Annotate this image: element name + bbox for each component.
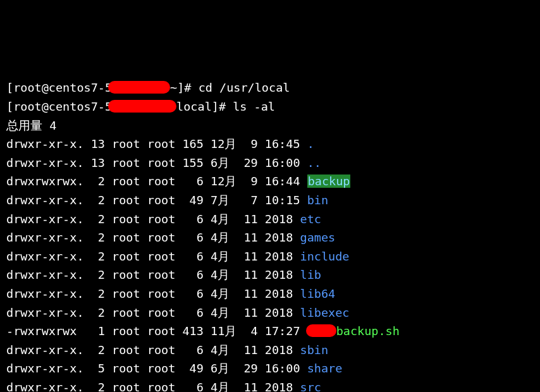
redacted-text: [108, 100, 176, 113]
terminal-text: backup.sh: [336, 324, 400, 338]
terminal-text: lib: [300, 268, 321, 281]
terminal-line: drwxr-xr-x. 2 root root 6 4月 11 2018 src: [6, 378, 534, 392]
terminal-text: bin: [307, 193, 328, 207]
terminal-text: lib64: [300, 287, 336, 300]
terminal-line: -rwxrwxrwx 1 root root 413 11月 4 17:27 b…: [6, 322, 534, 341]
terminal-text: libexec: [300, 306, 350, 319]
redacted-text: [108, 81, 170, 94]
terminal-line: drwxr-xr-x. 2 root root 6 4月 11 2018 etc: [6, 210, 534, 229]
terminal-text: include: [300, 250, 350, 263]
terminal-text: drwxr-xr-x. 2 root root 6 4月 11 2018: [6, 343, 300, 357]
terminal-text: drwxr-xr-x. 2 root root 6 4月 11 2018: [6, 231, 300, 244]
terminal-text: drwxr-xr-x. 2 root root 6 4月 11 2018: [6, 381, 300, 392]
terminal-text: [root@centos7-5: [6, 100, 112, 113]
terminal-line: drwxr-xr-x. 2 root root 6 4月 11 2018 lib…: [6, 303, 534, 322]
terminal-line: [root@centos7-5local]# ls -al: [6, 97, 534, 116]
terminal-line: drwxr-xr-x. 2 root root 6 4月 11 2018 lib…: [6, 285, 534, 303]
terminal-output[interactable]: [root@centos7-5~]# cd /usr/local[root@ce…: [6, 78, 534, 392]
terminal-line: drwxrwxrwx. 2 root root 6 12月 9 16:44 ba…: [6, 172, 534, 191]
terminal-text: etc: [300, 212, 321, 226]
terminal-line: drwxr-xr-x. 2 root root 6 4月 11 2018 sbi…: [6, 341, 534, 360]
terminal-line: drwxr-xr-x. 2 root root 49 7月 7 10:15 bi…: [6, 191, 534, 210]
terminal-text: drwxrwxrwx. 2 root root 6 12月 9 16:44: [6, 175, 307, 188]
redacted-text: [306, 324, 336, 337]
terminal-text: drwxr-xr-x. 5 root root 49 6月 29 16:00: [6, 362, 307, 375]
terminal-text: drwxr-xr-x. 2 root root 6 4月 11 2018: [6, 212, 300, 226]
terminal-text: share: [307, 362, 343, 375]
terminal-line: [root@centos7-5~]# cd /usr/local: [6, 78, 534, 97]
terminal-text: ..: [307, 156, 321, 169]
terminal-text: local]# ls -al: [176, 100, 275, 113]
terminal-text: .: [307, 137, 314, 150]
terminal-text: drwxr-xr-x. 13 root root 165 12月 9 16:45: [6, 137, 307, 150]
terminal-text: drwxr-xr-x. 13 root root 155 6月 29 16:00: [6, 156, 307, 169]
terminal-text: ~]# cd /usr/local: [170, 81, 290, 94]
terminal-text: sbin: [300, 343, 329, 357]
terminal-text: 总用量 4: [6, 119, 56, 132]
terminal-line: drwxr-xr-x. 13 root root 155 6月 29 16:00…: [6, 154, 534, 173]
terminal-line: drwxr-xr-x. 2 root root 6 4月 11 2018 inc…: [6, 247, 534, 266]
terminal-text: -rwxrwxrwx 1 root root 413 11月 4 17:27: [6, 324, 307, 338]
terminal-text: drwxr-xr-x. 2 root root 6 4月 11 2018: [6, 268, 300, 281]
terminal-text: backup: [307, 175, 351, 188]
terminal-line: drwxr-xr-x. 2 root root 6 4月 11 2018 lib: [6, 266, 534, 285]
terminal-text: [root@centos7-5: [6, 81, 112, 94]
terminal-text: drwxr-xr-x. 2 root root 6 4月 11 2018: [6, 306, 300, 319]
terminal-text: src: [300, 381, 321, 392]
terminal-text: drwxr-xr-x. 2 root root 6 4月 11 2018: [6, 287, 300, 300]
terminal-line: drwxr-xr-x. 13 root root 165 12月 9 16:45…: [6, 135, 534, 154]
terminal-text: drwxr-xr-x. 2 root root 49 7月 7 10:15: [6, 193, 307, 207]
terminal-text: games: [300, 231, 336, 244]
terminal-text: drwxr-xr-x. 2 root root 6 4月 11 2018: [6, 250, 300, 263]
terminal-line: drwxr-xr-x. 2 root root 6 4月 11 2018 gam…: [6, 228, 534, 247]
terminal-line: drwxr-xr-x. 5 root root 49 6月 29 16:00 s…: [6, 359, 534, 378]
terminal-line: 总用量 4: [6, 116, 534, 135]
